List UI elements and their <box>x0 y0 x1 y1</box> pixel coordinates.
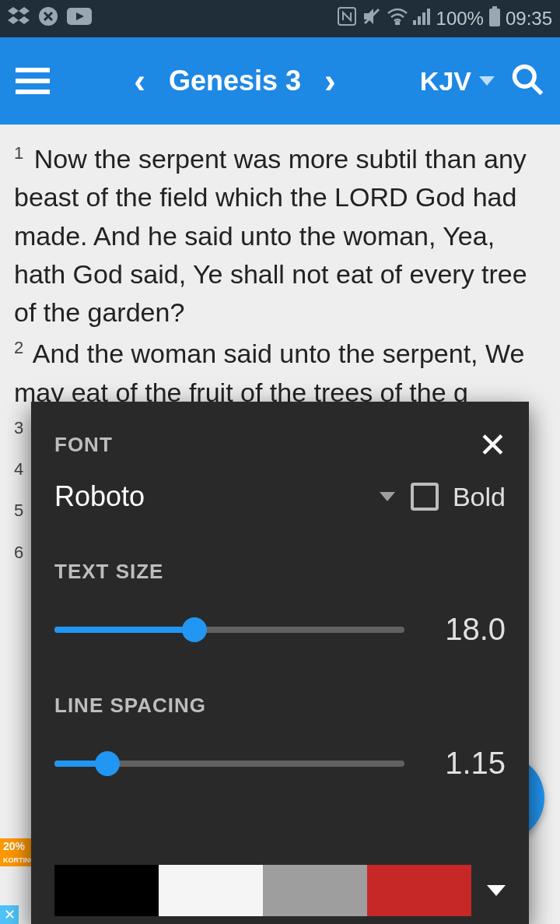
svg-rect-12 <box>418 16 421 25</box>
svg-marker-0 <box>8 7 19 15</box>
status-left-icons <box>8 5 92 32</box>
svg-rect-16 <box>489 9 500 26</box>
svg-marker-1 <box>19 7 30 15</box>
color-swatch-gray[interactable] <box>263 865 367 916</box>
svg-line-18 <box>532 84 542 94</box>
line-spacing-label: LINE SPACING <box>54 694 506 718</box>
slider-thumb[interactable] <box>182 617 207 642</box>
app-bar: ‹ Genesis 3 › KJV <box>0 37 560 125</box>
search-icon[interactable] <box>510 62 544 100</box>
chevron-down-icon <box>479 76 495 86</box>
version-label: KJV <box>420 66 471 97</box>
font-value: Roboto <box>54 480 145 513</box>
circle-x-icon <box>37 5 59 32</box>
color-swatch-black[interactable] <box>54 865 159 916</box>
line-spacing-value: 1.15 <box>428 746 506 781</box>
youtube-icon <box>67 8 92 30</box>
color-swatch-red[interactable] <box>367 865 471 916</box>
color-swatches <box>54 865 506 916</box>
more-colors-icon[interactable] <box>487 885 506 896</box>
nfc-icon <box>337 6 357 31</box>
svg-marker-3 <box>19 16 30 24</box>
font-section-label: FONT <box>54 433 506 457</box>
svg-rect-11 <box>413 20 416 25</box>
bold-label: Bold <box>453 482 506 512</box>
slider-fill <box>54 627 194 633</box>
close-icon[interactable]: ✕ <box>478 425 507 465</box>
svg-rect-13 <box>422 12 425 25</box>
verse: 2 And the woman said unto the serpent, W… <box>14 335 538 412</box>
chapter-title[interactable]: Genesis 3 <box>169 65 301 97</box>
checkbox-icon <box>411 483 439 511</box>
svg-marker-2 <box>8 16 19 24</box>
svg-rect-15 <box>492 6 497 9</box>
status-bar: 100% 09:35 <box>0 0 560 37</box>
text-size-label: TEXT SIZE <box>54 560 506 584</box>
wifi-icon <box>387 8 408 30</box>
font-dropdown[interactable]: Roboto <box>54 480 411 513</box>
chevron-down-icon <box>380 492 395 501</box>
text-size-value: 18.0 <box>428 612 506 647</box>
version-selector[interactable]: KJV <box>420 66 495 97</box>
svg-point-10 <box>396 22 399 25</box>
bold-checkbox[interactable]: Bold <box>411 482 506 512</box>
next-chapter-button[interactable]: › <box>324 61 336 100</box>
clock-text: 09:35 <box>506 8 552 30</box>
svg-point-17 <box>515 67 535 87</box>
chapter-nav: ‹ Genesis 3 › <box>50 61 420 100</box>
text-size-slider[interactable] <box>54 627 404 633</box>
verse: 1 Now the serpent was more subtil than a… <box>14 140 538 332</box>
color-swatch-white[interactable] <box>159 865 263 916</box>
prev-chapter-button[interactable]: ‹ <box>134 61 145 100</box>
dropbox-icon <box>8 7 30 30</box>
signal-icon <box>413 8 432 30</box>
battery-text: 100% <box>436 8 484 30</box>
status-right: 100% 09:35 <box>337 6 552 31</box>
battery-icon <box>488 6 501 31</box>
line-spacing-slider[interactable] <box>54 761 404 767</box>
slider-thumb[interactable] <box>95 751 120 776</box>
font-settings-panel: ✕ FONT Roboto Bold TEXT SIZE 18.0 LINE S… <box>31 402 529 924</box>
ad-close-icon[interactable]: ✕ <box>0 905 19 924</box>
svg-rect-14 <box>427 9 430 25</box>
mute-icon <box>362 6 382 31</box>
menu-icon[interactable] <box>16 68 50 94</box>
